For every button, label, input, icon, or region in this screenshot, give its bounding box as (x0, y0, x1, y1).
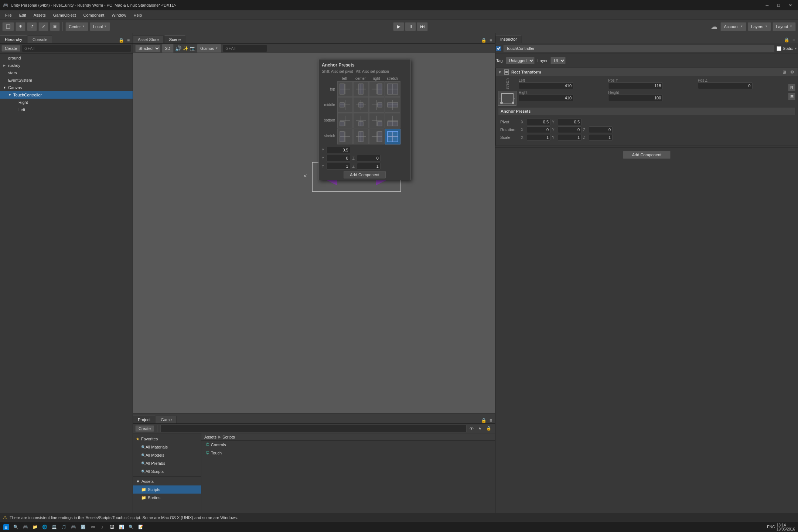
tab-scene[interactable]: Scene (164, 35, 185, 43)
layer-select[interactable]: UI (550, 57, 566, 64)
scene-side-handle-left[interactable]: < (304, 173, 307, 179)
scale-y-input[interactable] (558, 134, 582, 141)
tab-asset-store[interactable]: Asset Store (133, 35, 164, 43)
2d-btn[interactable]: 2D (162, 44, 174, 53)
effects-toggle[interactable]: ✨ (183, 46, 188, 51)
sidebar-all-prefabs[interactable]: 🔍 All Prefabs (133, 459, 201, 467)
taskbar-search2-btn[interactable]: 🔍 (127, 523, 135, 531)
menu-help[interactable]: Help (130, 12, 146, 18)
pivot-y-input[interactable] (558, 119, 582, 125)
object-name-field[interactable] (504, 45, 774, 52)
tab-game[interactable]: Game (156, 416, 177, 423)
scale-x-input[interactable] (527, 134, 550, 141)
tool-hand[interactable] (2, 22, 14, 31)
shading-select[interactable]: Shaded (135, 45, 160, 52)
menu-gameobject[interactable]: GameObject (50, 12, 80, 18)
breadcrumb-assets[interactable]: Assets (204, 435, 216, 439)
aspect-toggle[interactable]: 📷 (190, 46, 195, 51)
taskbar-vs-btn[interactable]: 💻 (50, 523, 58, 531)
left-input[interactable] (519, 82, 573, 89)
pivot-btn[interactable]: Center▼ (65, 22, 88, 31)
menu-component[interactable]: Component (79, 12, 108, 18)
rt-icon-r[interactable]: R (788, 84, 795, 91)
gizmos-btn[interactable]: Gizmos▼ (197, 44, 221, 53)
taskbar-unity-btn[interactable]: 🎮 (21, 523, 30, 531)
taskbar-start-btn[interactable]: ⊞ (2, 523, 10, 531)
scene-lock-btn[interactable]: 🔒 (480, 37, 488, 43)
menu-assets[interactable]: Assets (30, 12, 50, 18)
taskbar-spotify-btn[interactable]: ♪ (98, 523, 106, 531)
taskbar-calc-btn[interactable]: 🔢 (79, 523, 87, 531)
menu-file[interactable]: File (1, 12, 16, 18)
tool-rect[interactable]: ⊞ (50, 22, 60, 31)
object-active-checkbox[interactable] (496, 46, 501, 51)
rect-transform-header[interactable]: ▼ Rect Transform ⊞ ⚙ (496, 68, 798, 76)
rt-icon-grid[interactable]: ⊞ (788, 93, 795, 100)
tag-select[interactable]: Untagged (506, 57, 535, 64)
sidebar-sprites[interactable]: 📁 Sprites (133, 494, 201, 502)
play-btn[interactable]: ▶ (393, 22, 404, 31)
sidebar-scripts[interactable]: 📁 Scripts (133, 485, 201, 494)
height-input[interactable] (608, 95, 663, 101)
rt-blueprint-icon[interactable]: ⊞ (781, 70, 787, 75)
project-eye-btn[interactable]: 👁 (468, 426, 475, 431)
taskbar-excel-btn[interactable]: 📊 (117, 523, 126, 531)
tab-inspector[interactable]: Inspector (495, 35, 522, 43)
taskbar-img-btn[interactable]: 🖼 (108, 523, 116, 531)
layers-btn[interactable]: Layers▼ (748, 22, 771, 31)
scene-menu-btn[interactable]: ≡ (488, 37, 494, 43)
hierarchy-item-rushdy[interactable]: ▶ rushdy (0, 62, 133, 69)
taskbar-ie-btn[interactable]: 🌐 (41, 523, 49, 531)
space-btn[interactable]: Local▼ (90, 22, 110, 31)
taskbar-explorer-btn[interactable]: 📁 (31, 523, 39, 531)
taskbar-game-btn[interactable]: 🎮 (69, 523, 78, 531)
maximize-btn[interactable]: □ (774, 3, 783, 8)
hierarchy-search[interactable] (22, 45, 131, 52)
script-item-touch[interactable]: © Touch (201, 449, 495, 457)
cloud-icon[interactable]: ☁ (711, 23, 717, 31)
scale-z-input[interactable] (589, 134, 613, 141)
project-star-btn[interactable]: ★ (477, 426, 483, 431)
inspector-lock-btn[interactable]: 🔒 (782, 37, 791, 43)
rot-y-input[interactable] (558, 126, 582, 133)
inspector-menu-btn[interactable]: ≡ (791, 37, 797, 43)
right-input[interactable] (519, 95, 573, 101)
pivot-x-input[interactable] (527, 119, 550, 125)
tab-hierarchy[interactable]: Hierarchy (0, 35, 27, 43)
tool-scale[interactable]: ⤢ (38, 22, 48, 31)
rot-z-input[interactable] (589, 126, 613, 133)
tool-rotate[interactable]: ↺ (27, 22, 37, 31)
tab-console[interactable]: Console (28, 35, 52, 43)
taskbar-media-btn[interactable]: 🎵 (60, 523, 68, 531)
close-btn[interactable]: ✕ (786, 3, 795, 8)
hierarchy-item-left[interactable]: Left (0, 106, 133, 113)
tab-project[interactable]: Project (133, 416, 155, 423)
hierarchy-create-btn[interactable]: Create (1, 45, 20, 52)
hierarchy-item-ground[interactable]: ground (0, 54, 133, 62)
project-lock-btn[interactable]: 🔒 (480, 417, 488, 423)
audio-toggle[interactable]: 🔊 (175, 45, 181, 51)
taskbar-word-btn[interactable]: 📝 (137, 523, 145, 531)
taskbar-mail-btn[interactable]: ✉ (89, 523, 97, 531)
rt-gear-icon[interactable]: ⚙ (789, 70, 795, 75)
posz-input[interactable] (698, 82, 753, 89)
posy-input[interactable] (608, 82, 663, 89)
anchor-presets-header-btn[interactable]: Anchor Presets (498, 107, 795, 115)
script-item-controls[interactable]: © Controls (201, 441, 495, 449)
minimize-btn[interactable]: ─ (763, 3, 772, 8)
panel-lock-btn[interactable]: 🔒 (117, 37, 126, 43)
project-create-btn[interactable]: Create (135, 425, 154, 432)
pause-btn[interactable]: ⏸ (405, 22, 416, 31)
hierarchy-item-touchcontroller[interactable]: ▼ TouchController (0, 91, 133, 99)
panel-menu-btn[interactable]: ≡ (126, 37, 131, 43)
breadcrumb-scripts[interactable]: Scripts (222, 435, 235, 439)
scene-search[interactable] (223, 45, 267, 52)
hierarchy-item-stars[interactable]: stars (0, 69, 133, 76)
scene-viewport[interactable]: < > (133, 53, 495, 413)
taskbar-search-btn[interactable]: 🔍 (12, 523, 20, 531)
sidebar-all-materials[interactable]: 🔍 All Materials (133, 443, 201, 451)
account-btn[interactable]: Account▼ (720, 22, 746, 31)
static-dropdown-icon[interactable]: ▼ (794, 47, 797, 50)
rt-anchor-box[interactable]: ← → (498, 91, 516, 106)
hierarchy-item-canvas[interactable]: ▼ Canvas (0, 84, 133, 91)
